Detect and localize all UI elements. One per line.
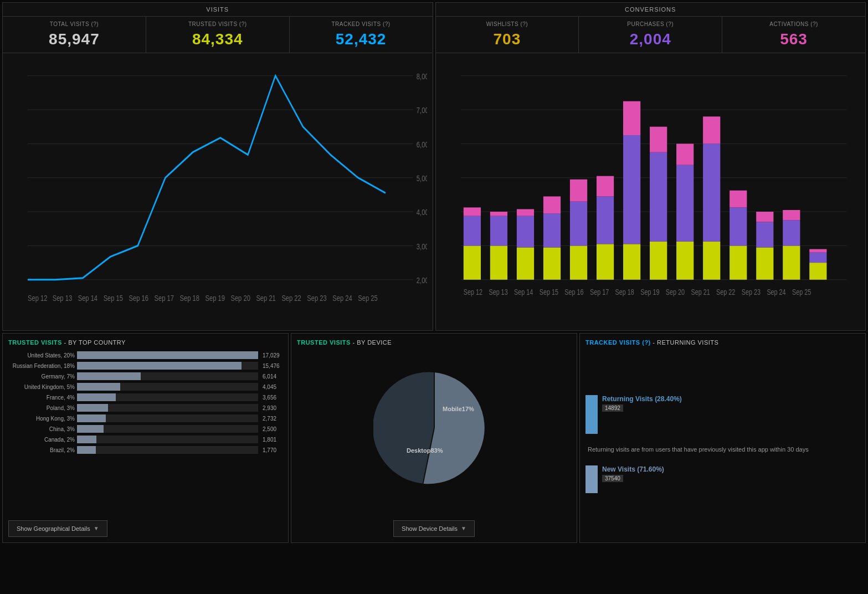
- svg-text:Sep 12: Sep 12: [28, 294, 47, 303]
- svg-rect-77: [756, 212, 773, 222]
- geo-bar-value: 4,045: [263, 384, 283, 390]
- svg-text:Sep 14: Sep 14: [514, 288, 533, 297]
- svg-text:Sep 19: Sep 19: [640, 288, 659, 297]
- svg-text:2,000: 2,000: [417, 276, 427, 285]
- visits-title: VISITS: [3, 3, 433, 17]
- geo-bar-track: [77, 393, 258, 401]
- activations-label: ACTIVATIONS (?): [729, 21, 859, 27]
- svg-text:Sep 23: Sep 23: [307, 294, 326, 303]
- device-section: TRUSTED VISITS - BY DEVICE Mobile17% Des…: [291, 333, 577, 542]
- svg-rect-72: [730, 245, 747, 279]
- geo-bar-fill: [77, 414, 106, 422]
- svg-text:Sep 20: Sep 20: [230, 294, 250, 303]
- svg-text:Sep 18: Sep 18: [615, 288, 634, 297]
- svg-rect-48: [516, 247, 533, 279]
- show-device-button[interactable]: Show Device Details ▼: [393, 520, 475, 537]
- svg-text:Sep 15: Sep 15: [539, 288, 558, 297]
- svg-text:Sep 15: Sep 15: [104, 294, 123, 303]
- trusted-visits-box: TRUSTED VISITS (?) 84,334: [146, 17, 290, 53]
- geo-bar-fill: [77, 372, 141, 380]
- svg-text:Sep 21: Sep 21: [256, 294, 275, 303]
- geo-bar-value: 1,801: [263, 437, 283, 443]
- geo-title-suffix: - BY TOP COUNTRY: [64, 339, 126, 346]
- svg-rect-55: [569, 202, 587, 246]
- geo-bar-value: 3,656: [263, 395, 283, 401]
- svg-text:Sep 16: Sep 16: [564, 288, 583, 297]
- svg-rect-67: [676, 165, 694, 242]
- wishlists-label: WISHLISTS (?): [443, 21, 572, 27]
- tracked-visits-value: 52,432: [296, 30, 426, 48]
- visits-line-chart: 2,000 3,000 4,000 5,000 6,000 7,000 8,00…: [28, 59, 427, 314]
- geo-bar-fill: [77, 446, 96, 454]
- geo-bar-fill: [77, 383, 120, 391]
- svg-rect-46: [490, 216, 507, 246]
- geo-bar-row: Canada, 2%1,801: [8, 436, 283, 443]
- svg-rect-73: [730, 207, 747, 245]
- geo-bar-value: 2,500: [263, 426, 283, 432]
- tracked-visits-label: TRACKED VISITS (?): [296, 21, 426, 27]
- svg-text:Sep 24: Sep 24: [332, 294, 352, 303]
- device-pie-container: Mobile17% Desktop83%: [373, 367, 495, 489]
- trusted-visits-value: 84,334: [153, 30, 283, 48]
- geo-bar-fill: [77, 393, 116, 401]
- show-geo-button[interactable]: Show Geographical Details ▼: [8, 520, 107, 537]
- geo-bar-fill: [77, 436, 96, 443]
- geo-bar-value: 1,770: [263, 447, 283, 453]
- conversions-chart-area: 0 100 200 300 400 500 600: [436, 53, 866, 330]
- svg-rect-45: [490, 245, 507, 279]
- geo-bar-row: France, 4%3,656: [8, 393, 283, 401]
- total-visits-label: TOTAL VISITS (?): [9, 21, 139, 27]
- svg-text:Sep 12: Sep 12: [463, 288, 482, 297]
- svg-text:Sep 13: Sep 13: [489, 288, 507, 297]
- geo-bar-track: [77, 383, 258, 391]
- show-device-label: Show Device Details: [402, 525, 458, 532]
- returning-title-suffix: - RETURNING VISITS: [653, 339, 718, 346]
- svg-text:Sep 25: Sep 25: [792, 288, 811, 297]
- geo-bar-value: 17,029: [263, 352, 283, 359]
- svg-text:Sep 22: Sep 22: [281, 294, 301, 303]
- svg-text:7,000: 7,000: [417, 106, 427, 115]
- wishlists-box: WISHLISTS (?) 703: [436, 17, 579, 53]
- activations-box: ACTIVATIONS (?) 563: [722, 17, 865, 53]
- geo-bar-track: [77, 404, 258, 412]
- trusted-visits-label: TRUSTED VISITS (?): [153, 21, 283, 27]
- svg-rect-61: [623, 135, 640, 244]
- geo-chevron-icon: ▼: [94, 525, 99, 531]
- svg-rect-83: [809, 249, 826, 253]
- returning-section-title: TRACKED VISITS (?) - RETURNING VISITS: [585, 339, 860, 346]
- geo-bar-row: Hong Kong, 3%2,732: [8, 414, 283, 422]
- geo-bar-label: United States, 20%: [8, 352, 75, 359]
- svg-text:Sep 23: Sep 23: [741, 288, 760, 297]
- returning-visits-label: Returning Visits (28.40%): [602, 395, 682, 403]
- svg-text:Sep 22: Sep 22: [716, 288, 735, 297]
- geo-bar-track: [77, 425, 258, 433]
- geo-bar-track: [77, 372, 258, 380]
- geo-title-prefix: TRUSTED VISITS: [8, 339, 62, 346]
- svg-rect-52: [543, 213, 560, 247]
- geo-bar-row: Brazil, 2%1,770: [8, 446, 283, 454]
- geo-bar-row: United States, 20%17,029: [8, 351, 283, 359]
- geo-bar-row: United Kingdom, 5%4,045: [8, 383, 283, 391]
- geo-bar-row: Poland, 3%2,930: [8, 404, 283, 412]
- geo-bar-label: Hong Kong, 3%: [8, 416, 75, 422]
- total-visits-box: TOTAL VISITS (?) 85,947: [3, 17, 146, 53]
- svg-rect-66: [676, 242, 694, 280]
- svg-rect-68: [676, 144, 694, 165]
- purchases-label: PURCHASES (?): [585, 21, 715, 27]
- svg-text:Sep 19: Sep 19: [205, 294, 224, 303]
- geo-bar-track: [77, 414, 258, 422]
- visits-section: VISITS TOTAL VISITS (?) 85,947 TRUSTED V…: [2, 2, 433, 331]
- returning-visits-count: 14892: [602, 404, 623, 412]
- svg-text:6,000: 6,000: [417, 140, 427, 148]
- svg-rect-62: [623, 101, 640, 135]
- svg-rect-80: [783, 210, 800, 220]
- geo-bar-value: 6,014: [263, 373, 283, 380]
- geo-bar-track: [77, 362, 258, 370]
- geo-bar-fill: [77, 362, 242, 370]
- geo-bar-value: 15,476: [263, 363, 283, 369]
- device-title-prefix: TRUSTED VISITS: [297, 339, 351, 346]
- svg-text:Sep 25: Sep 25: [358, 294, 377, 303]
- svg-rect-76: [756, 222, 773, 247]
- visits-chart-area: 2,000 3,000 4,000 5,000 6,000 7,000 8,00…: [3, 53, 433, 330]
- svg-text:3,000: 3,000: [417, 242, 427, 250]
